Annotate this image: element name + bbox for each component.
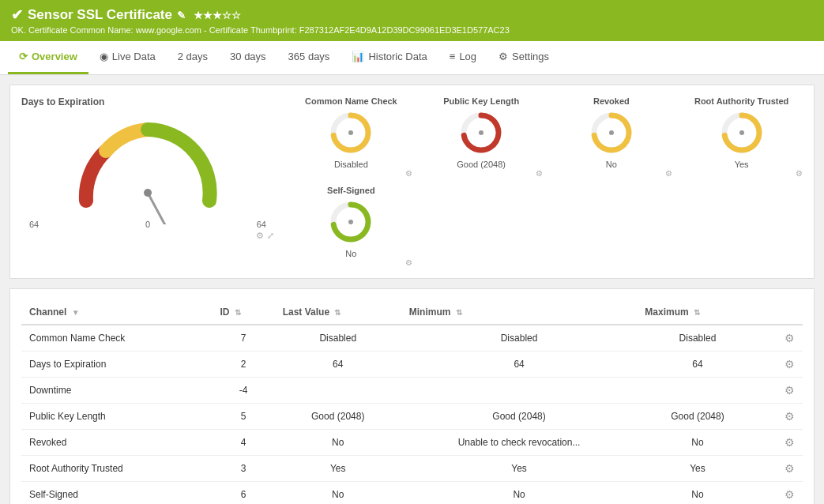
- sensor-title: Sensor SSL Certificate: [28, 7, 172, 23]
- row-gear-button[interactable]: ⚙: [784, 410, 795, 423]
- self-signed-value: No: [290, 249, 412, 258]
- cell-minimum: Disabled: [401, 325, 638, 352]
- tab-365days[interactable]: 365 days: [277, 41, 341, 74]
- tab-log-label: Log: [459, 51, 476, 62]
- table-row: Root Authority Trusted 3 Yes Yes Yes ⚙: [21, 456, 803, 482]
- main-content: Days to Expiration 64 0 64: [0, 85, 824, 504]
- row-gear-button[interactable]: ⚙: [784, 488, 795, 501]
- cell-id: 5: [213, 404, 275, 430]
- svg-point-11: [348, 220, 353, 224]
- gauge-title: Days to Expiration: [21, 96, 274, 107]
- cell-last-value: Good (2048): [275, 404, 401, 430]
- tab-live-data-label: Live Data: [112, 51, 156, 62]
- mini-gauge-common-name: Common Name Check Disabled ⚙: [290, 96, 412, 178]
- row-gear-button[interactable]: ⚙: [784, 436, 795, 449]
- days-to-expiration-section: Days to Expiration 64 0 64: [21, 96, 274, 267]
- col-last-value-sort: ⇅: [334, 308, 341, 317]
- table-section: Channel ▼ ID ⇅ Last Value ⇅ Minimum ⇅: [9, 288, 815, 504]
- cell-actions: ⚙: [758, 325, 803, 352]
- mini-gauges-row2: Self-Signed No ⚙: [290, 186, 803, 267]
- col-minimum[interactable]: Minimum ⇅: [401, 300, 638, 325]
- cell-last-value: Disabled: [275, 325, 401, 352]
- header: ✔ Sensor SSL Certificate ✎ ★★★☆☆ OK. Cer…: [0, 0, 824, 41]
- gauge-expand-icon[interactable]: ⤢: [267, 231, 274, 241]
- tab-live-data[interactable]: ◉ Live Data: [88, 41, 167, 74]
- cell-actions: ⚙: [758, 430, 803, 456]
- cell-actions: ⚙: [758, 404, 803, 430]
- table-row: Self-Signed 6 No No No ⚙: [21, 482, 803, 505]
- row-gear-button[interactable]: ⚙: [784, 384, 795, 397]
- mini-gauge-self-signed: Self-Signed No ⚙: [290, 186, 412, 267]
- public-key-label: Public Key Length: [420, 96, 543, 106]
- col-minimum-label: Minimum: [409, 307, 451, 318]
- root-authority-value: Yes: [680, 160, 803, 169]
- table-row: Common Name Check 7 Disabled Disabled Di…: [21, 325, 803, 352]
- tab-2days[interactable]: 2 days: [167, 41, 219, 74]
- col-last-value[interactable]: Last Value ⇅: [275, 300, 401, 325]
- col-channel[interactable]: Channel ▼: [21, 300, 213, 325]
- col-maximum[interactable]: Maximum ⇅: [637, 300, 758, 325]
- big-gauge-svg: [69, 114, 227, 224]
- tab-settings-label: Settings: [512, 51, 549, 62]
- cell-channel: Public Key Length: [21, 404, 213, 430]
- root-authority-gauge-svg: [718, 109, 766, 156]
- table-row: Downtime -4 ⚙: [21, 378, 803, 404]
- table-row: Public Key Length 5 Good (2048) Good (20…: [21, 404, 803, 430]
- svg-point-1: [144, 189, 152, 197]
- tab-overview[interactable]: ⟳ Overview: [8, 41, 88, 74]
- svg-line-0: [131, 193, 204, 224]
- big-gauge: [69, 114, 227, 216]
- svg-point-5: [479, 130, 483, 135]
- tab-log[interactable]: ≡ Log: [438, 41, 487, 74]
- mini-gauges-grid: Common Name Check Disabled ⚙ Public Key …: [290, 96, 803, 178]
- settings-icon: ⚙: [499, 51, 508, 62]
- tab-30days[interactable]: 30 days: [219, 41, 277, 74]
- row-gear-button[interactable]: ⚙: [784, 462, 795, 475]
- col-actions: [758, 300, 803, 325]
- col-minimum-sort: ⇅: [456, 308, 462, 317]
- live-data-icon: ◉: [100, 51, 108, 62]
- table-header: Channel ▼ ID ⇅ Last Value ⇅ Minimum ⇅: [21, 300, 803, 325]
- mini-gauge-public-key: Public Key Length Good (2048) ⚙: [420, 96, 543, 178]
- table-row: Revoked 4 No Unable to check revocation.…: [21, 430, 803, 456]
- public-key-value: Good (2048): [420, 160, 543, 169]
- col-channel-label: Channel: [29, 307, 66, 318]
- cell-channel: Root Authority Trusted: [21, 456, 213, 482]
- cell-maximum: Yes: [637, 456, 758, 482]
- cell-maximum: Disabled: [637, 325, 758, 352]
- tab-settings[interactable]: ⚙ Settings: [487, 41, 560, 74]
- revoked-value: No: [551, 160, 673, 169]
- gauge-settings-icon[interactable]: ⚙: [256, 231, 264, 241]
- cell-maximum: 64: [637, 352, 758, 378]
- log-icon: ≡: [450, 51, 456, 62]
- self-signed-gauge-svg: [327, 198, 374, 246]
- col-id[interactable]: ID ⇅: [213, 300, 275, 325]
- header-title-bar: ✔ Sensor SSL Certificate ✎ ★★★☆☆: [11, 6, 813, 24]
- cell-actions: ⚙: [758, 352, 803, 378]
- common-name-value: Disabled: [290, 160, 412, 169]
- tab-30days-label: 30 days: [230, 51, 266, 62]
- cell-id: 4: [213, 430, 275, 456]
- cell-minimum: 64: [401, 352, 638, 378]
- col-maximum-sort: ⇅: [694, 308, 700, 317]
- row-gear-button[interactable]: ⚙: [784, 358, 795, 370]
- svg-point-9: [739, 130, 744, 135]
- tab-2days-label: 2 days: [178, 51, 208, 62]
- cell-maximum: No: [637, 430, 758, 456]
- col-maximum-label: Maximum: [645, 307, 688, 318]
- col-id-label: ID: [220, 307, 230, 318]
- gauge-max-label: 64: [257, 220, 266, 229]
- tab-historic[interactable]: 📊 Historic Data: [341, 41, 438, 74]
- row-gear-button[interactable]: ⚙: [784, 332, 795, 344]
- cell-id: 6: [213, 482, 275, 505]
- cell-last-value: Yes: [275, 456, 401, 482]
- mini-gauge-root-authority: Root Authority Trusted Yes ⚙: [680, 96, 803, 178]
- cell-minimum: Yes: [401, 456, 638, 482]
- historic-icon: 📊: [352, 51, 364, 62]
- cell-actions: ⚙: [758, 482, 803, 505]
- col-id-sort: ⇅: [235, 308, 241, 317]
- overview-panel: Days to Expiration 64 0 64: [9, 85, 815, 279]
- edit-icon[interactable]: ✎: [177, 9, 186, 21]
- cell-minimum: No: [401, 482, 638, 505]
- common-name-label: Common Name Check: [290, 96, 412, 106]
